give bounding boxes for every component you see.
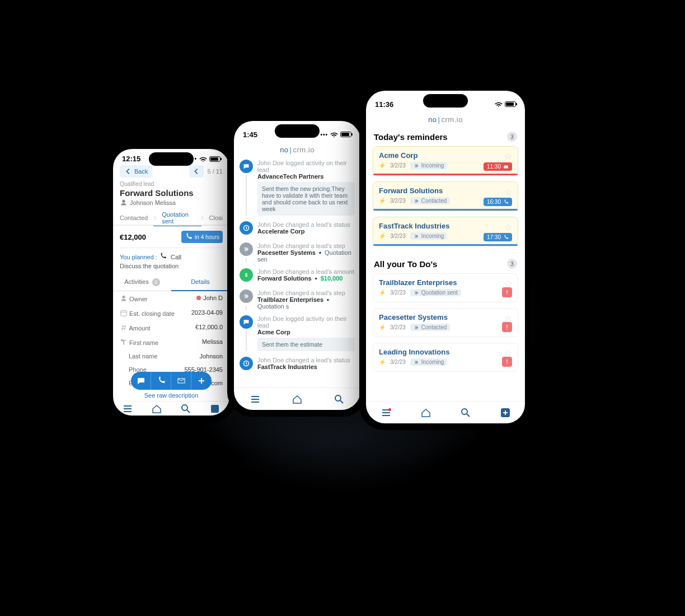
chevron-right-icon xyxy=(201,215,204,221)
tab-activities[interactable]: Activities 0 xyxy=(113,274,171,291)
step-next[interactable]: Closi xyxy=(209,214,223,221)
svg-rect-0 xyxy=(121,311,127,316)
reminder-card[interactable]: ☆ Forward Solutions ⚡ 3/2/23 Contacted 1… xyxy=(373,181,518,211)
svg-point-9 xyxy=(462,409,467,414)
nav-home[interactable] xyxy=(151,403,163,415)
planned-action: Call xyxy=(171,254,181,260)
fab-chat[interactable] xyxy=(131,372,151,390)
nav-home[interactable] xyxy=(291,393,303,405)
reminder-lead-name: FastTrack Industries xyxy=(379,222,512,230)
chevron-left-icon xyxy=(193,167,200,175)
home-icon xyxy=(151,403,162,414)
nav-search[interactable] xyxy=(459,407,472,419)
todo-card[interactable]: ☆ Pacesetter Systems ⚡ 3/2/23 Contacted … xyxy=(373,308,518,337)
tab-details[interactable]: Details xyxy=(171,274,229,291)
chevron-right-icon xyxy=(153,215,156,221)
wifi-icon xyxy=(199,156,207,162)
step-prev[interactable]: Contacted xyxy=(120,214,148,221)
detail-owner: Owner John D xyxy=(113,291,229,306)
activity-item[interactable]: John Doe changed a lead's step Trailblaz… xyxy=(240,290,355,310)
step-active[interactable]: Quotation sent xyxy=(162,211,195,225)
nav-search[interactable] xyxy=(180,403,192,415)
menu-icon xyxy=(250,394,261,405)
todo-card[interactable]: ☆ Trailblazer Enterprises ⚡ 3/2/23 Quota… xyxy=(373,273,518,302)
chat-icon xyxy=(240,315,253,329)
back-button[interactable]: Back xyxy=(120,165,152,178)
activity-description: John Doe changed a lead's step xyxy=(257,290,355,296)
todo-card[interactable]: ☆ Leading Innovations ⚡ 3/2/23 Incoming … xyxy=(373,343,518,372)
mail-icon xyxy=(177,376,186,385)
activity-description: John Doe changed a lead's status xyxy=(257,221,355,228)
activity-item[interactable]: John Doe changed a lead's step Pacesette… xyxy=(240,242,355,263)
activity-note: Sent them the new pricing.They have to v… xyxy=(257,182,355,216)
activity-description: John Doe changed a lead's status xyxy=(257,357,355,363)
star-icon[interactable]: ☆ xyxy=(504,186,512,197)
todos-count: 3 xyxy=(507,259,517,269)
reminder-card[interactable]: ☆ Acme Corp ⚡ 3/2/23 Incoming 11:30 xyxy=(373,146,518,176)
contact-name: Johnson Melissa xyxy=(130,199,176,206)
nav-menu[interactable] xyxy=(121,403,134,415)
reminder-card[interactable]: ☆ FastTrack Industries ⚡ 3/2/23 Incoming… xyxy=(373,217,518,246)
reminder-pill[interactable]: in 4 hours xyxy=(181,231,223,243)
activity-lead-name: FastTrack Industries xyxy=(257,363,317,370)
detail-amount: Amount €12,000.0 xyxy=(113,320,229,335)
todo-step: Contacted xyxy=(410,324,451,331)
phone-activity-feed: 1:45 ••• no|crm.io John Doe logged activ… xyxy=(227,114,367,417)
phone-icon xyxy=(157,376,166,385)
lead-title: Forward Solutions xyxy=(113,187,229,199)
clock: 11:36 xyxy=(375,100,393,109)
clock: 1:45 xyxy=(243,130,257,139)
alert-badge: ! xyxy=(502,322,512,332)
fab-add[interactable] xyxy=(191,372,212,390)
clock: 12:15 xyxy=(122,155,140,163)
activity-description: John Doe logged activity on their lead xyxy=(257,315,355,329)
star-icon[interactable]: ☆ xyxy=(504,151,512,162)
bolt-icon: ⚡ xyxy=(379,198,386,204)
reminders-count: 3 xyxy=(507,132,517,142)
nav-home[interactable] xyxy=(420,407,432,419)
activity-lead-name: AdvanceTech Partners xyxy=(257,173,323,180)
activity-description: John Doe logged activity on their lead xyxy=(257,160,355,173)
activity-item[interactable]: $ John Doe changed a lead's amount Forwa… xyxy=(240,268,355,284)
step-nav[interactable]: Contacted Quotation sent Closi xyxy=(113,210,229,226)
star-icon[interactable]: ☆ xyxy=(504,222,512,232)
search-icon xyxy=(460,407,471,418)
bolt-icon: ⚡ xyxy=(379,324,386,330)
activity-lead-name: Pacesetter Systems xyxy=(257,249,316,256)
activity-description: John Doe changed a lead's step xyxy=(257,242,355,249)
nav-add[interactable] xyxy=(499,407,512,419)
clock-icon xyxy=(240,357,253,370)
nav-search[interactable] xyxy=(333,393,345,405)
pager: 5 / 11 xyxy=(207,168,223,175)
reminder-lead-name: Acme Corp xyxy=(379,151,512,160)
bottom-nav xyxy=(113,401,229,416)
nav-menu[interactable] xyxy=(249,393,261,405)
activity-item[interactable]: John Doe logged activity on their lead A… xyxy=(240,160,355,216)
pager-prev[interactable] xyxy=(189,165,204,178)
todos-list: ☆ Trailblazer Enterprises ⚡ 3/2/23 Quota… xyxy=(366,273,525,372)
activity-lead-name: Trailblazer Enterprises xyxy=(257,296,323,303)
reminder-time: 16:30 xyxy=(484,198,512,206)
wifi-icon xyxy=(495,101,503,107)
activity-item[interactable]: John Doe changed a lead's status FastTra… xyxy=(240,357,355,370)
raw-description-link[interactable]: See raw description xyxy=(113,390,229,401)
nav-menu[interactable] xyxy=(380,407,392,419)
activity-item[interactable]: John Doe changed a lead's status Acceler… xyxy=(240,221,355,237)
arrow-left-icon xyxy=(124,167,132,175)
fwd-icon xyxy=(240,290,253,303)
chat-icon xyxy=(137,376,146,385)
fab-call[interactable] xyxy=(151,372,171,390)
reminder-date: 3/2/23 xyxy=(390,198,406,204)
activity-feed[interactable]: John Doe logged activity on their lead A… xyxy=(234,160,360,388)
detail-closing-date: Est. closing date 2023-04-09 xyxy=(113,306,229,320)
activity-item[interactable]: John Doe logged activity on their lead A… xyxy=(240,315,355,351)
bottom-nav xyxy=(234,388,360,410)
fab-email[interactable] xyxy=(171,372,191,390)
home-icon xyxy=(292,394,303,405)
hash-icon xyxy=(120,324,128,332)
plus-square-icon xyxy=(500,407,511,418)
nav-more[interactable] xyxy=(209,403,221,415)
plus-icon xyxy=(197,376,206,385)
menu-icon xyxy=(122,403,133,414)
chat-icon xyxy=(240,160,253,173)
